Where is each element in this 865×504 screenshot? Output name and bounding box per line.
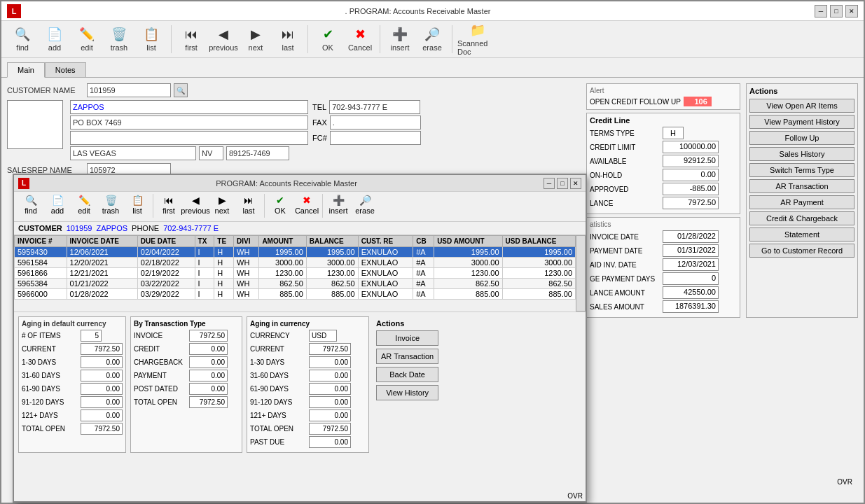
add-button[interactable]: 📄 add	[39, 24, 70, 55]
view-payment-history-button[interactable]: View Payment History	[749, 115, 854, 129]
previous-button[interactable]: ◀ previous	[208, 24, 239, 55]
curr-days61-90-value[interactable]	[309, 383, 351, 395]
tab-main[interactable]: Main	[7, 62, 45, 78]
chargeback-type-value[interactable]	[189, 356, 228, 368]
inner-trash-button[interactable]: 🗑️ trash	[98, 194, 123, 219]
curr-current-value[interactable]	[309, 343, 351, 355]
next-button[interactable]: ▶ next	[240, 24, 271, 55]
maximize-button[interactable]: □	[830, 5, 843, 18]
fax-input[interactable]	[330, 115, 421, 130]
inner-find-button[interactable]: 🔍 find	[18, 194, 43, 219]
tab-bar: Main Notes	[1, 58, 864, 78]
inner-close-button[interactable]: ✕	[570, 178, 581, 189]
state-input[interactable]	[199, 146, 223, 160]
post-dated-value[interactable]	[189, 383, 228, 395]
trash-button[interactable]: 🗑️ trash	[104, 24, 134, 55]
inner-ok-button[interactable]: ✔ OK	[268, 194, 293, 219]
table-row[interactable]: 596158412/20/202102/18/2022IHWH3000.0030…	[15, 258, 576, 268]
sales-amt-label: SALES AMOUNT	[590, 303, 660, 311]
customer-search-button[interactable]: 🔍	[174, 83, 188, 97]
address1-input[interactable]	[70, 115, 308, 130]
view-history-button[interactable]: View History	[376, 385, 438, 400]
statement-button[interactable]: Statement	[749, 227, 854, 241]
city-input[interactable]	[70, 146, 196, 160]
tel-input[interactable]	[329, 100, 420, 114]
inner-next-button[interactable]: ▶ next	[209, 194, 235, 219]
title-bar: L . PROGRAM: Accounts Receivable Master …	[1, 1, 864, 21]
app-logo[interactable]: L	[7, 4, 21, 18]
inner-list-icon: 📋	[132, 195, 144, 206]
inner-previous-label: previous	[181, 206, 210, 215]
inner-previous-button[interactable]: ◀ previous	[183, 194, 208, 219]
erase-button[interactable]: 🔎 erase	[417, 24, 448, 55]
payment-type-value[interactable]	[189, 370, 228, 382]
inner-minimize-button[interactable]: ─	[544, 178, 555, 189]
find-button[interactable]: 🔍 find	[7, 24, 38, 55]
days91-120-value[interactable]	[81, 396, 123, 408]
days31-60-value[interactable]	[81, 370, 123, 382]
invoice-type-value[interactable]	[189, 330, 228, 342]
edit-button[interactable]: ✏️ edit	[71, 24, 102, 55]
inner-maximize-button[interactable]: □	[557, 178, 568, 189]
ok-button[interactable]: ✔ OK	[312, 24, 343, 55]
days1-30-value[interactable]	[81, 356, 123, 368]
tab-notes[interactable]: Notes	[45, 62, 86, 77]
cancel-button[interactable]: ✖ Cancel	[345, 24, 375, 55]
insert-button[interactable]: ➕ insert	[385, 24, 415, 55]
first-button[interactable]: ⏮ first	[176, 24, 207, 55]
days61-90-value[interactable]	[81, 383, 123, 395]
credit-type-value[interactable]	[189, 343, 228, 355]
inner-erase-button[interactable]: 🔎 erase	[352, 194, 378, 219]
customer-name-input[interactable]	[70, 100, 308, 114]
curr-days31-60-value[interactable]	[309, 370, 351, 382]
ar-payment-button[interactable]: AR Payment	[749, 195, 854, 209]
inner-last-button[interactable]: ⏭ last	[236, 194, 261, 219]
previous-label: previous	[209, 43, 238, 52]
total-open-value[interactable]	[81, 423, 123, 435]
last-button[interactable]: ⏭ last	[272, 24, 303, 55]
inner-add-button[interactable]: 📄 add	[45, 194, 70, 219]
curr-days1-30-value[interactable]	[309, 356, 351, 368]
trans-total-open-value[interactable]	[189, 396, 228, 408]
close-button[interactable]: ✕	[845, 5, 858, 18]
credit-chargeback-button[interactable]: Credit & Chargeback	[749, 211, 854, 225]
table-row[interactable]: 596600001/28/202203/29/2022IHWH885.00885…	[15, 289, 576, 300]
customer-id-input[interactable]	[87, 83, 171, 97]
switch-terms-type-button[interactable]: Switch Terms Type	[749, 163, 854, 177]
follow-up-button[interactable]: Follow Up	[749, 131, 854, 145]
items-value[interactable]	[81, 330, 102, 342]
inner-cancel-button[interactable]: ✖ Cancel	[294, 194, 319, 219]
inner-insert-button[interactable]: ➕ insert	[326, 194, 351, 219]
inner-edit-button[interactable]: ✏️ edit	[71, 194, 97, 219]
table-row[interactable]: 596538401/21/202203/22/2022IHWH862.50862…	[15, 279, 576, 289]
list-button[interactable]: 📋 list	[136, 24, 167, 55]
view-open-ar-items-button[interactable]: View Open AR Items	[749, 99, 854, 113]
curr-days121plus-value[interactable]	[309, 410, 351, 421]
fc-input[interactable]	[330, 131, 421, 145]
inner-logo[interactable]: L	[18, 178, 29, 189]
minimize-button[interactable]: ─	[815, 5, 827, 18]
curr-total-open-value[interactable]	[309, 423, 351, 435]
back-date-button[interactable]: Back Date	[376, 367, 438, 382]
scanned-doc-button[interactable]: 📁 Scanned Doc	[457, 24, 499, 55]
currency-value[interactable]	[309, 330, 337, 342]
address2-input[interactable]	[70, 131, 308, 145]
inner-erase-icon: 🔎	[359, 195, 371, 206]
table-row[interactable]: 595943012/06/202102/04/2022IHWH1995.0019…	[15, 247, 576, 258]
inner-first-button[interactable]: ⏮ first	[156, 194, 181, 219]
ar-transaction-action-button[interactable]: AR Transaction	[376, 349, 438, 364]
table-row[interactable]: 596186612/21/202102/19/2022IHWH1230.0012…	[15, 268, 576, 279]
current-value[interactable]	[81, 343, 123, 355]
inner-ovr-label: OVR	[567, 492, 583, 500]
zip-input[interactable]	[226, 146, 289, 160]
ar-transaction-button[interactable]: AR Transaction	[749, 179, 854, 193]
terms-type-input[interactable]	[663, 127, 684, 139]
days121plus-value[interactable]	[81, 410, 123, 421]
go-to-customer-record-button[interactable]: Go to Customer Record	[749, 244, 854, 258]
invoice-action-button[interactable]: Invoice	[376, 330, 438, 346]
sales-history-button[interactable]: Sales History	[749, 147, 854, 161]
past-due-value[interactable]	[309, 436, 351, 448]
curr-days91-120-value[interactable]	[309, 396, 351, 408]
inner-list-button[interactable]: 📋 list	[125, 194, 150, 219]
table-scrollbar[interactable]	[576, 235, 586, 312]
